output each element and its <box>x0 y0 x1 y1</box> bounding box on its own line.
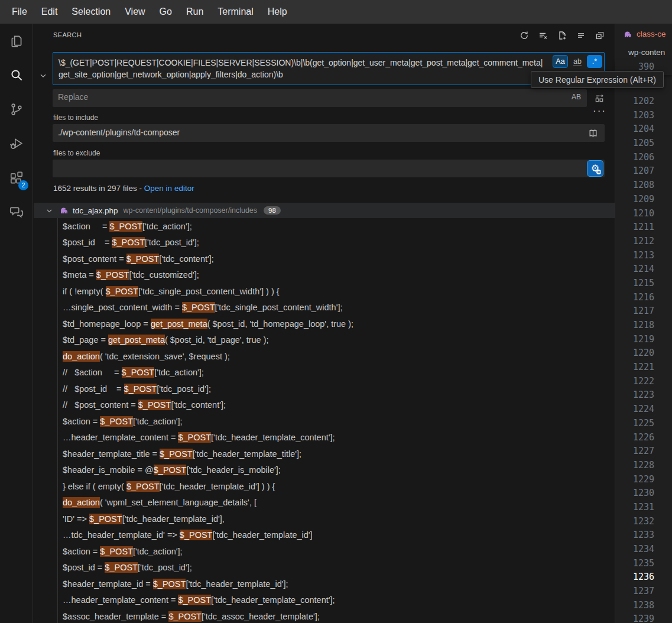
result-line[interactable]: $post_content = $_POST['tdc_content']; <box>34 251 615 267</box>
result-line[interactable]: $header_is_mobile = @$_POST['tdc_header_… <box>34 462 615 479</box>
whole-word-toggle[interactable]: ab <box>570 55 585 68</box>
result-line[interactable]: $post_id = $_POST['tdc_post_id']; <box>34 235 615 251</box>
replace-placeholder: Replace <box>58 92 88 102</box>
result-line[interactable]: do_action( 'wpml_set_element_language_de… <box>34 495 615 511</box>
result-line-text: $post_content = $_POST['tdc_content']; <box>63 254 214 264</box>
result-line[interactable]: …single_post_content_width = $_POST['tdc… <box>34 300 615 316</box>
result-line-text: // $action = $_POST['tdc_action']; <box>63 368 204 377</box>
result-line[interactable]: …tdc_header_template_id' => $_POST['tdc_… <box>34 527 615 544</box>
menu-item-help[interactable]: Help <box>261 4 294 20</box>
collapse-all-icon[interactable] <box>593 29 606 42</box>
result-line[interactable]: …header_template_content = $_POST['tdc_h… <box>34 430 615 446</box>
match-highlight: $_POST <box>138 400 171 410</box>
match-highlight: $_POST <box>153 579 186 589</box>
result-line[interactable]: if ( !empty( $_POST['tdc_single_post_con… <box>34 283 615 300</box>
toggle-search-details[interactable]: ··· <box>593 107 606 115</box>
result-line[interactable]: $td_homepage_loop = get_post_meta( $post… <box>34 316 615 332</box>
editor-tab[interactable]: class-ce <box>615 24 672 44</box>
line-number: 1220 <box>615 346 672 361</box>
match-highlight: do_action <box>63 497 100 508</box>
result-line-text: $td_homepage_loop = get_post_meta( $post… <box>63 319 353 329</box>
replace-input[interactable]: Replace AB <box>53 89 587 107</box>
match-highlight: $_POST <box>100 416 133 427</box>
chat-icon[interactable] <box>0 195 33 229</box>
toggle-replace-chevron-icon[interactable] <box>37 70 49 82</box>
match-case-toggle[interactable]: Aa <box>553 55 568 68</box>
menu-item-edit[interactable]: Edit <box>34 4 65 20</box>
files-to-include-input[interactable]: ./wp-content/plugins/td-composer <box>53 124 605 142</box>
match-highlight: $_POST <box>105 562 138 573</box>
result-line[interactable]: } else if ( empty( $_POST['tdc_header_te… <box>34 478 615 495</box>
file-result-row[interactable]: tdc_ajax.php wp-content/plugins/td-compo… <box>34 203 615 218</box>
search-sidebar: SEARCH \$_(GET|POST|REQUEST|COOKIE|FILES… <box>34 24 615 623</box>
match-highlight: $_POST <box>112 237 145 248</box>
search-open-editors-icon[interactable] <box>586 126 600 140</box>
menu-item-view[interactable]: View <box>118 4 152 20</box>
source-control-icon[interactable] <box>0 92 33 126</box>
search-results-list: $action = $_POST['tdc_action'];$post_id … <box>34 218 615 623</box>
line-number: 1229 <box>615 473 672 487</box>
result-line[interactable]: $action = $_POST['tdc_action']; <box>34 543 615 560</box>
explorer-icon[interactable] <box>0 24 33 58</box>
result-line[interactable]: $header_template_id = $_POST['tdc_header… <box>34 576 615 592</box>
match-highlight: $_POST <box>154 465 187 475</box>
result-line[interactable]: $action = $_POST['tdc_action']; <box>34 413 615 430</box>
chevron-down-icon[interactable] <box>44 206 54 215</box>
line-number: 1202 <box>615 95 672 109</box>
result-line-text: $action = $_POST['tdc_action']; <box>63 222 192 231</box>
open-new-search-editor-icon[interactable] <box>556 29 569 42</box>
result-line-text: // $post_content = $_POST['tdc_content']… <box>63 400 226 410</box>
menu-item-run[interactable]: Run <box>179 4 210 20</box>
result-line-text: $meta = $_POST['tdc_customized']; <box>63 270 199 280</box>
regex-toggle[interactable]: .* <box>587 55 602 68</box>
menu-item-go[interactable]: Go <box>152 4 179 20</box>
line-number: 1236 <box>615 570 672 585</box>
clear-search-results-icon[interactable] <box>537 29 550 42</box>
extensions-badge: 2 <box>18 180 28 190</box>
use-exclude-settings-icon[interactable]: ⚙ <box>587 160 603 177</box>
menu-item-terminal[interactable]: Terminal <box>210 4 260 20</box>
run-debug-icon[interactable] <box>0 126 33 161</box>
line-number: 1228 <box>615 459 672 473</box>
result-line[interactable]: // $post_id = $_POST['tdc_post_id']; <box>34 381 615 397</box>
search-icon[interactable] <box>0 58 33 92</box>
files-to-include-value[interactable]: ./wp-content/plugins/td-composer <box>58 128 180 137</box>
refresh-icon[interactable] <box>518 29 531 42</box>
result-line[interactable]: // $action = $_POST['tdc_action']; <box>34 365 615 381</box>
search-input[interactable]: \$_(GET|POST|REQUEST|COOKIE|FILES|SERVER… <box>53 52 605 85</box>
line-number: 1203 <box>615 109 672 123</box>
line-number: 1233 <box>615 528 672 543</box>
menu-item-file[interactable]: File <box>5 4 34 20</box>
result-line-text: } else if ( empty( $_POST['tdc_header_te… <box>63 482 275 491</box>
result-line[interactable]: …header_template_content = $_POST['tdc_h… <box>34 592 615 609</box>
preserve-case-toggle[interactable]: AB <box>572 93 581 101</box>
line-number: 1223 <box>615 388 672 403</box>
result-line[interactable]: $meta = $_POST['tdc_customized']; <box>34 267 615 284</box>
line-number: 1211 <box>615 220 672 235</box>
view-as-list-icon[interactable] <box>574 29 587 42</box>
line-number: 1227 <box>615 444 672 459</box>
result-line[interactable]: $header_template_title = $_POST['tdc_hea… <box>34 446 615 462</box>
result-line[interactable]: $action = $_POST['tdc_action']; <box>34 218 615 235</box>
result-line[interactable]: $td_page = get_post_meta( $post_id, 'td_… <box>34 332 615 349</box>
result-line-text: do_action( 'tdc_extension_save', $reques… <box>63 352 230 361</box>
replace-all-icon[interactable] <box>592 91 606 105</box>
open-in-editor-link[interactable]: Open in editor <box>144 184 194 193</box>
result-line[interactable]: 'ID' => $_POST['tdc_header_template_id']… <box>34 511 615 527</box>
results-summary-text: 1652 results in 297 files <box>53 184 137 193</box>
files-to-exclude-input[interactable]: ⚙ <box>53 160 605 177</box>
search-query-text[interactable]: \$_(GET|POST|REQUEST|COOKIE|FILES|SERVER… <box>53 53 604 85</box>
result-line[interactable]: do_action( 'tdc_extension_save', $reques… <box>34 348 615 365</box>
result-line[interactable]: // $post_content = $_POST['tdc_content']… <box>34 397 615 414</box>
result-line[interactable]: $post_id = $_POST['tdc_post_id']; <box>34 560 615 576</box>
extensions-icon[interactable]: 2 <box>0 161 33 195</box>
menu-item-selection[interactable]: Selection <box>64 4 118 20</box>
search-panel-header: SEARCH <box>34 24 615 47</box>
breadcrumb[interactable]: wp-conten <box>615 44 672 60</box>
result-line[interactable]: $assoc_header_template = $_POST['tdc_ass… <box>34 608 615 623</box>
match-highlight: $_POST <box>124 384 157 394</box>
match-highlight: $_POST <box>168 611 202 622</box>
result-line-text: do_action( 'wpml_set_element_language_de… <box>63 498 257 507</box>
line-number: 1216 <box>615 291 672 305</box>
line-number: 1205 <box>615 137 672 151</box>
